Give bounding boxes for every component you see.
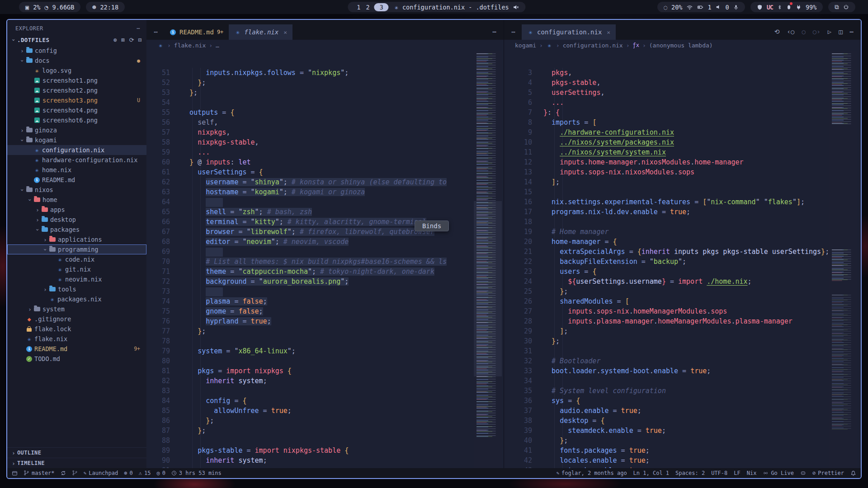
code-line-90[interactable]: 90 inherit system; <box>146 455 504 465</box>
breadcrumb-item[interactable]: … <box>216 42 219 49</box>
code-line-36[interactable]: 36 sys = { <box>504 396 861 406</box>
code-line-33[interactable]: 33 boot.loader.systemd-boot.enable = tru… <box>504 366 861 376</box>
workspace-2[interactable]: 2 <box>363 4 373 11</box>
tree-item-configuration.nix[interactable]: ✳configuration.nix <box>7 145 146 155</box>
code-line-3[interactable]: 3 pkgs, <box>504 68 861 78</box>
tab-overflow-icon[interactable]: ⋯ <box>504 28 522 40</box>
tab-readme.md[interactable]: iREADME.md9+ <box>164 24 229 40</box>
code-line-17[interactable]: 17 programs.nix-ld.dev.enable = true; <box>504 207 861 217</box>
code-line-12[interactable]: 12 inputs.home-manager.nixosModules.home… <box>504 157 861 167</box>
code-line-25[interactable]: 25 }; <box>504 286 861 296</box>
minimap[interactable] <box>829 51 857 468</box>
code-line-20[interactable]: 20 home-manager = { <box>504 237 861 247</box>
clock-pill[interactable]: ☻ 22:18 <box>86 2 125 12</box>
code-line-84[interactable]: 84 config = { <box>146 396 504 406</box>
code-line-5[interactable]: 5 userSettings, <box>504 88 861 98</box>
code-line-10[interactable]: 10 ../nixos/system/packages.nix <box>504 137 861 147</box>
code-line-23[interactable]: 23 users = { <box>504 267 861 277</box>
code-line-19[interactable]: 19 # Home manager <box>504 227 861 237</box>
statusbar-item-go-live[interactable]: Go Live <box>763 470 794 476</box>
tree-item-screenshot3.png[interactable]: screenshot3.pngU <box>7 95 146 105</box>
statusbar-item-launchpad[interactable]: ✎Launchpad <box>84 470 118 476</box>
code-line-62[interactable]: 62 username = "shinya"; # konsta or shin… <box>146 177 504 187</box>
tree-item-kogami[interactable]: ›kogami <box>7 135 146 145</box>
statusbar-item-ln-1-col-1[interactable]: Ln 1, Col 1 <box>633 470 669 476</box>
code-line-39[interactable]: 39 steamdeck.enable = true; <box>504 426 861 436</box>
tree-item-git.nix[interactable]: ✳git.nix <box>7 264 146 274</box>
statusbar-item-master-[interactable]: master* <box>24 470 55 476</box>
tree-item-readme.md[interactable]: iREADME.md <box>7 175 146 185</box>
system-stats-pill[interactable]: ▣ 2% ◔ 9.66GB <box>19 2 80 12</box>
tree-item-apps[interactable]: ›apps <box>7 205 146 215</box>
breadcrumb-item[interactable]: kogami <box>515 42 536 49</box>
code-line-59[interactable]: 59 ... <box>146 147 504 157</box>
run-icon[interactable]: ▷ <box>828 28 831 35</box>
tab-overflow-icon[interactable]: ⋯ <box>146 28 164 40</box>
tree-item-logo.svg[interactable]: ✳logo.svg <box>7 66 146 75</box>
code-line-18[interactable]: 18 <box>504 217 861 227</box>
more-actions-icon[interactable]: ⋯ <box>850 28 854 35</box>
new-folder-icon[interactable]: ⊞ <box>121 37 125 43</box>
tree-item-home.nix[interactable]: ✳home.nix <box>7 165 146 175</box>
code-line-7[interactable]: 7}: { <box>504 108 861 117</box>
code-line-66[interactable]: 66 terminal = "kitty"; # kitty, alacritt… <box>146 217 504 227</box>
tree-item-flake.nix[interactable]: ✳flake.nix <box>7 334 146 344</box>
code-line-9[interactable]: 9 ./hardware-configuration.nix <box>504 127 861 137</box>
statusbar-item-prettier[interactable]: ⊘Prettier <box>812 470 844 476</box>
code-line-22[interactable]: 22 backupFileExtension = "backup"; <box>504 257 861 267</box>
statusbar-item-sync-icon[interactable] <box>61 470 66 476</box>
tree-item-docs[interactable]: ›docs● <box>7 56 146 66</box>
code-line-40[interactable]: 40 }; <box>504 436 861 446</box>
statusbar-item-nix[interactable]: Nix <box>747 470 757 476</box>
code-line-32[interactable]: 32 # Bootloader <box>504 356 861 366</box>
split-editor-icon[interactable]: ◫ <box>839 28 842 35</box>
code-line-79[interactable]: 79 system = "x86_64-linux"; <box>146 346 504 356</box>
more-actions-icon[interactable]: ⋯ <box>493 28 496 35</box>
tree-item-screenshot6.png[interactable]: screenshot6.png <box>7 115 146 125</box>
statusbar-item-spaces-2[interactable]: Spaces: 2 <box>675 470 705 476</box>
code-line-31[interactable]: 31 <box>504 346 861 356</box>
statusbar-item-bell-icon[interactable] <box>850 470 856 476</box>
statusbar-item-pull-request-icon[interactable] <box>72 470 78 476</box>
workspace-3[interactable]: 3 <box>374 3 389 11</box>
nav-forward-icon[interactable]: ○› <box>813 28 821 35</box>
collapse-all-icon[interactable]: ⊟ <box>138 37 142 43</box>
code-line-72[interactable]: 72 background = "aurora_borealis.png"; <box>146 277 504 286</box>
code-line-41[interactable]: 41 fonts.packages = true; <box>504 446 861 455</box>
code-line-14[interactable]: 14 ]; <box>504 177 861 187</box>
code-line-60[interactable]: 60 } @ inputs: let <box>146 157 504 167</box>
statusbar-item-0[interactable]: ◎0 <box>156 470 165 476</box>
code-line-13[interactable]: 13 inputs.sops-nix.nixosModules.sops <box>504 167 861 177</box>
code-line-29[interactable]: 29 ]; <box>504 326 861 336</box>
code-line-70[interactable]: 70 # List all themes: $ nix build nixpkg… <box>146 257 504 267</box>
code-line-28[interactable]: 28 inputs.plasma-manager.homeManagerModu… <box>504 316 861 326</box>
tree-item-code.nix[interactable]: ✳code.nix <box>7 254 146 264</box>
breadcrumb-item[interactable]: configuration.nix <box>563 42 623 49</box>
close-icon[interactable]: × <box>607 29 610 36</box>
code-line-37[interactable]: 37 audio.enable = true; <box>504 406 861 416</box>
breadcrumb-item[interactable]: flake.nix <box>174 42 206 49</box>
code-line-8[interactable]: 8 imports = [ <box>504 117 861 127</box>
workspace-1[interactable]: 1 <box>354 4 363 11</box>
tree-item-programming[interactable]: ›programming <box>7 244 146 254</box>
nav-back-icon[interactable]: ‹○ <box>787 28 795 35</box>
tab-configuration.nix[interactable]: ✳configuration.nix× <box>522 24 616 40</box>
code-line-27[interactable]: 27 inputs.sops-nix.homeManagerModules.so… <box>504 306 861 316</box>
code-line-34[interactable]: 34 <box>504 376 861 386</box>
code-line-61[interactable]: 61 userSettings = { <box>146 167 504 177</box>
code-line-64[interactable]: 64 <box>146 197 504 207</box>
tree-item-flake.lock[interactable]: flake.lock <box>7 324 146 334</box>
code-editor[interactable]: 51 inputs.nixpkgs.follows = "nixpkgs";52… <box>146 51 504 468</box>
tab-flake.nix[interactable]: ✳flake.nix× <box>229 24 292 40</box>
code-line-82[interactable]: 82 inherit system; <box>146 376 504 386</box>
tree-item-hardware-configuration.nix[interactable]: ✳hardware-configuration.nix <box>7 155 146 165</box>
statusbar-item-utf-8[interactable]: UTF-8 <box>711 470 727 476</box>
code-line-65[interactable]: 65 shell = "zsh"; # bash, zsh <box>146 207 504 217</box>
code-line-85[interactable]: 85 allowUnfree = true; <box>146 406 504 416</box>
tree-item-nixos[interactable]: ›nixos <box>7 185 146 195</box>
code-line-4[interactable]: 4 pkgs-stable, <box>504 78 861 88</box>
code-line-51[interactable]: 51 inputs.nixpkgs.follows = "nixpkgs"; <box>146 68 504 78</box>
explorer-more-icon[interactable]: ⋯ <box>137 25 140 32</box>
tree-item-todo.md[interactable]: ✓TODO.md <box>7 354 146 364</box>
code-line-73[interactable]: 73 <box>146 286 504 296</box>
